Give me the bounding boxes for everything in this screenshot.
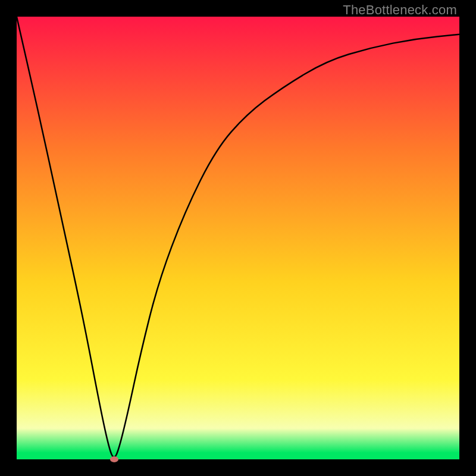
bottleneck-curve: [17, 17, 459, 459]
curve-path: [17, 17, 459, 457]
optimal-point-marker: [110, 456, 118, 462]
chart-frame: [17, 17, 459, 459]
watermark-text: TheBottleneck.com: [343, 2, 457, 18]
